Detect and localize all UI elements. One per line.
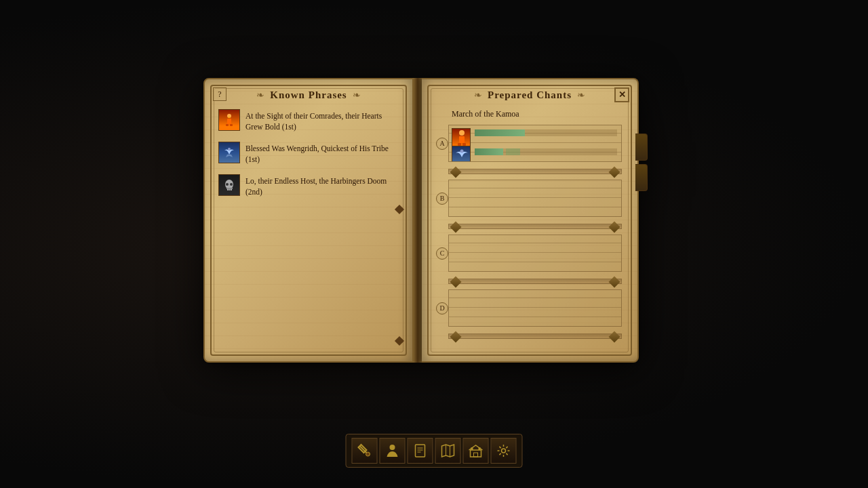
slider-c-handle-right[interactable] <box>609 277 620 288</box>
svg-point-7 <box>230 183 233 186</box>
character-button[interactable] <box>380 438 406 464</box>
slot-a-content <box>448 125 622 162</box>
slot-c-lines <box>449 235 621 271</box>
slot-label-c: C <box>436 247 448 260</box>
right-page-header: ❧ Prepared Chants ❧ <box>432 89 627 101</box>
chant-slot-c[interactable]: C <box>448 235 622 272</box>
left-page: ? ❧ Known Phrases ❧ At the <box>203 78 414 363</box>
svg-point-4 <box>228 148 231 150</box>
bottom-toolbar <box>346 434 523 468</box>
close-button[interactable]: ✕ <box>614 87 629 102</box>
combat-button[interactable] <box>352 438 378 464</box>
book: ? ❧ Known Phrases ❧ At the <box>203 78 678 383</box>
svg-point-6 <box>226 183 229 186</box>
journal-button[interactable] <box>408 438 433 464</box>
left-page-header: ❧ Known Phrases ❧ <box>215 89 402 101</box>
slider-d-handle-left[interactable] <box>450 331 462 343</box>
slider-b-handle-left[interactable] <box>450 222 462 233</box>
book-tab-1[interactable] <box>635 134 648 161</box>
prepared-chants-title: Prepared Chants <box>488 89 572 101</box>
slot-c-content <box>448 235 622 272</box>
svg-rect-11 <box>226 188 233 189</box>
chant-slot-d[interactable]: D <box>448 289 622 327</box>
slider-a-handle-left[interactable] <box>450 167 462 178</box>
svg-rect-1 <box>227 119 231 124</box>
spell-item-1[interactable]: At the Sight of their Comrades, their He… <box>218 109 399 132</box>
slot-b-lines <box>449 180 621 216</box>
slider-c-handle-left[interactable] <box>450 277 462 288</box>
svg-point-16 <box>460 150 464 153</box>
journal-icon <box>413 443 428 458</box>
slot-label-a: A <box>436 138 448 150</box>
svg-rect-27 <box>471 447 473 450</box>
settings-button[interactable] <box>491 438 517 464</box>
slider-b[interactable] <box>448 224 622 229</box>
ornament-right-left: ❧ <box>474 89 482 101</box>
slider-c[interactable] <box>448 279 622 284</box>
known-phrases-title: Known Phrases <box>270 89 347 101</box>
svg-rect-19 <box>416 445 425 457</box>
spell-icon-skull <box>218 174 240 196</box>
combat-icon <box>357 443 372 458</box>
character-icon <box>385 443 400 458</box>
spell-text-3: Lo, their Endless Host, the Harbingers D… <box>245 174 399 197</box>
slider-b-handle-right[interactable] <box>609 222 620 233</box>
svg-rect-26 <box>474 453 478 457</box>
slider-a-handle-right[interactable] <box>609 167 620 178</box>
svg-rect-3 <box>230 124 233 126</box>
stronghold-icon <box>469 443 484 458</box>
spell-list: At the Sight of their Comrades, their He… <box>215 109 402 198</box>
slot-a-icon-2 <box>452 146 471 162</box>
spell-item-3[interactable]: Lo, their Endless Host, the Harbingers D… <box>218 174 399 197</box>
bird-icon <box>222 145 237 160</box>
slider-d-handle-right[interactable] <box>609 331 620 343</box>
slot-a-fire-icon <box>452 129 471 148</box>
slot-a-bird-icon <box>452 146 471 162</box>
svg-rect-2 <box>226 124 229 126</box>
map-button[interactable] <box>435 438 461 464</box>
svg-point-29 <box>502 449 506 453</box>
book-tab-2[interactable] <box>635 164 648 191</box>
chant-slot-b[interactable]: B <box>448 180 622 217</box>
slot-d-content <box>448 289 622 327</box>
ornament-right: ❧ <box>353 89 361 101</box>
map-icon <box>441 443 456 458</box>
spell-icon-fire <box>218 109 240 131</box>
svg-rect-25 <box>471 450 481 457</box>
slot-b-content <box>448 180 622 217</box>
slider-a[interactable] <box>448 169 622 174</box>
scroll-handle-top[interactable] <box>395 205 404 214</box>
skull-icon-svg <box>222 178 237 192</box>
ornament-right-right: ❧ <box>577 89 585 101</box>
slot-label-d: D <box>436 302 448 314</box>
book-tabs <box>635 134 648 191</box>
human-fire-icon <box>222 113 237 127</box>
scroll-handle-bottom[interactable] <box>395 336 404 346</box>
spell-icon-bird <box>218 142 240 163</box>
slot-a-icon-1 <box>452 128 471 147</box>
svg-point-12 <box>459 130 465 136</box>
svg-rect-13 <box>459 136 465 143</box>
svg-point-17 <box>366 452 370 456</box>
spell-item-2[interactable]: Blessed Was Wengridh, Quickest of His Tr… <box>218 142 399 165</box>
stronghold-button[interactable] <box>463 438 489 464</box>
svg-rect-28 <box>479 447 481 450</box>
spell-text-1: At the Sight of their Comrades, their He… <box>245 109 399 132</box>
ornament-left: ❧ <box>256 89 264 101</box>
slot-label-b: B <box>436 192 448 205</box>
spell-text-2: Blessed Was Wengridh, Quickest of His Tr… <box>245 142 399 165</box>
settings-icon <box>496 443 511 458</box>
slider-d[interactable] <box>448 333 622 339</box>
chant-title: March of the Kamoa <box>448 109 622 119</box>
svg-point-18 <box>390 445 395 450</box>
chant-slot-a[interactable]: A <box>448 125 622 162</box>
right-page: ✕ ❧ Prepared Chants ❧ March of the Kamoa… <box>422 78 639 363</box>
slot-d-lines <box>449 290 621 326</box>
book-spine <box>414 78 422 363</box>
help-button[interactable]: ? <box>213 87 226 101</box>
